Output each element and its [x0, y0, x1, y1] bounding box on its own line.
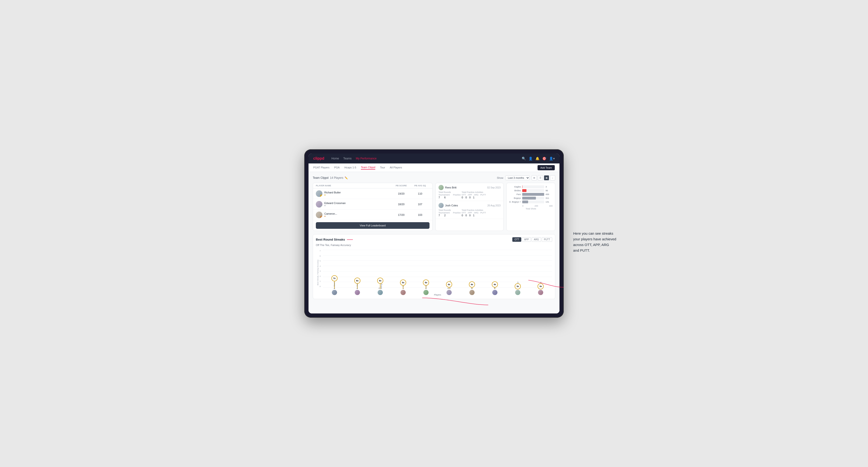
filter-putt-button[interactable]: PUTT	[542, 237, 552, 242]
player-row: 2 Edward Crossman ♥ 18/20 107	[313, 199, 432, 210]
bar-label: Bogeys	[509, 197, 521, 199]
card-header: Rees Britt 02 Sep 2023	[438, 185, 500, 190]
chart-title: Total Shots	[509, 208, 553, 210]
nav-my-performance[interactable]: My Performance	[356, 157, 376, 160]
ott-value: 0	[462, 214, 463, 217]
subnav-hcaps[interactable]: Hcaps 1-5	[344, 166, 356, 169]
player-column: 4x B. Ford	[462, 249, 482, 296]
list-view-button[interactable]: ☰	[538, 175, 543, 181]
player-column: 7x E. Ebert	[324, 249, 345, 296]
app-label: APP	[468, 212, 472, 214]
x-label: 400	[549, 205, 553, 207]
card-avatar	[438, 203, 444, 208]
card-stats: Total Rounds Tournament Practice 7 2	[438, 209, 500, 217]
card-avatar	[438, 185, 444, 190]
add-team-button[interactable]: Add Team	[537, 165, 555, 170]
streak-bubble: 3x	[537, 283, 544, 289]
bar-value: 131	[546, 201, 553, 203]
rank-badge: 2	[320, 205, 322, 208]
nav-teams[interactable]: Teams	[343, 157, 351, 160]
streak-bubble: 6x	[377, 278, 383, 284]
bar-track	[522, 189, 544, 192]
team-controls: Show Last 3 months ⊞ ☰ ▦ ↓	[497, 175, 555, 181]
practice-activities-label: Total Practice Activities	[462, 209, 486, 211]
leaderboard-header: PLAYER NAME PB SCORE PB AVG SQ	[313, 183, 432, 188]
avatar: 3	[316, 212, 322, 218]
avatar-icon[interactable]: 👤▾	[549, 157, 555, 160]
annotation-line2: your players have achieved	[573, 237, 616, 241]
bar-track	[522, 197, 544, 199]
chart-bars: Eagles 3 Birdies	[509, 185, 553, 203]
bar-label: Birdies	[509, 189, 521, 192]
card-date: 26 Aug 2023	[487, 204, 500, 207]
search-icon[interactable]: 🔍	[522, 157, 526, 160]
bar-track	[522, 200, 544, 203]
streaks-title: Best Round Streaks	[316, 238, 345, 241]
nav-home[interactable]: Home	[331, 157, 339, 160]
stat-label: Total Rounds	[438, 209, 461, 211]
filter-app-button[interactable]: APP	[522, 237, 531, 242]
edit-icon[interactable]: ✏️	[345, 177, 348, 180]
subnav-pga[interactable]: PGA	[334, 166, 340, 169]
target-icon[interactable]: 🎯	[542, 157, 546, 160]
card-stats: Total Rounds Tournament Practice 7 6	[438, 191, 500, 199]
grid-view-button[interactable]: ⊞	[532, 175, 537, 181]
bar-fill	[522, 189, 526, 192]
two-col-section: PLAYER NAME PB SCORE PB AVG SQ 1	[313, 183, 555, 231]
streak-bubble: 3x	[515, 283, 521, 289]
user-icon[interactable]: 👤	[529, 157, 533, 160]
player-column: 4x M. Millar	[485, 249, 505, 296]
nav-bar: clippd Home Teams My Performance 🔍 👤 🔔 🎯…	[309, 154, 559, 163]
streak-chart-container: Best Streak, Fairway Accuracy 7 6 5 4 3 …	[316, 249, 552, 296]
period-select[interactable]: Last 3 months	[505, 176, 530, 180]
filter-arg-button[interactable]: ARG	[532, 237, 541, 242]
bar-value: 3	[546, 186, 553, 188]
subnav-all-players[interactable]: All Players	[390, 166, 402, 169]
player-card: Josh Coles 26 Aug 2023 Total Rounds Tour…	[436, 201, 503, 219]
team-name: Team Clippd	[313, 176, 329, 180]
chart-body: 7x E. Ebert 6x B. McHarg	[323, 249, 552, 296]
y-tick: 1	[319, 280, 323, 282]
subnav-pgat[interactable]: PGAT Players	[313, 166, 330, 169]
player-info: 1 Richard Butler ♥	[316, 190, 392, 197]
annotation-line4: and PUTT.	[573, 248, 590, 252]
card-header: Josh Coles 26 Aug 2023	[438, 203, 500, 208]
tournament-value: 7	[438, 196, 440, 199]
x-axis-label: Players	[323, 294, 552, 296]
player-column: 6x D. Billingham	[370, 249, 390, 296]
rank-badge: 1	[320, 195, 322, 197]
annotation: Here you can see streaks your players ha…	[573, 231, 634, 253]
bar-fill	[522, 193, 544, 196]
detail-view-button[interactable]: ▦	[544, 175, 549, 181]
y-tick: 2	[319, 275, 323, 277]
player-score: 17/20	[392, 214, 411, 216]
y-tick: 5	[319, 260, 323, 262]
arg-label: ARG	[474, 194, 478, 196]
stat-total-rounds: Total Rounds Tournament Practice 7 2	[438, 209, 461, 217]
y-axis-label: Best Streak, Fairway Accuracy	[317, 260, 319, 285]
subnav-tour[interactable]: Tour	[380, 166, 385, 169]
practice-activities-label: Total Practice Activities	[462, 191, 486, 193]
putt-label: PUTT	[480, 194, 486, 196]
view-leaderboard-button[interactable]: View Full Leaderboard	[316, 222, 430, 229]
ott-label: OTT	[462, 194, 466, 196]
streak-filter-buttons: OTT APP ARG PUTT	[512, 237, 552, 242]
subnav-team-clippd[interactable]: Team Clippd	[361, 166, 375, 169]
avatar: 2	[316, 201, 322, 208]
export-button[interactable]: ↓	[550, 175, 555, 181]
practice-value: 6	[444, 196, 445, 199]
practice-value: 2	[444, 214, 445, 217]
bar-label: D. Bogeys +	[509, 201, 521, 203]
player-score: 19/20	[392, 192, 411, 195]
player-name: Richard Butler	[324, 191, 341, 194]
practice-label: Practice	[453, 212, 461, 214]
streak-bubble: 4x	[492, 281, 498, 287]
bell-icon[interactable]: 🔔	[535, 157, 539, 160]
player-avg: 110	[411, 192, 430, 195]
sub-nav: PGAT Players PGA Hcaps 1-5 Team Clippd T…	[309, 163, 559, 172]
bar-label: Eagles	[509, 186, 521, 188]
filter-ott-button[interactable]: OTT	[512, 237, 521, 242]
nav-links: Home Teams My Performance	[331, 157, 517, 160]
stat-label: Total Rounds	[438, 191, 461, 193]
player-column: 3x C. Quick	[530, 249, 551, 296]
